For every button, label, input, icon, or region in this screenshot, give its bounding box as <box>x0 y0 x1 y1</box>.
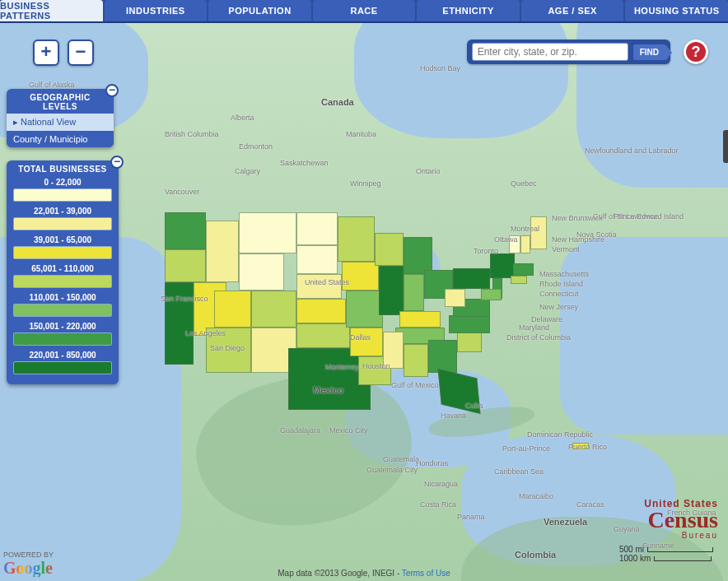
label-ontario: Ontario <box>416 167 441 175</box>
find-button[interactable]: FIND <box>633 44 665 60</box>
state-ga <box>428 340 457 373</box>
attribution-text: Map data ©2013 Google, INEGI - <box>278 569 402 578</box>
legend-swatch-3 <box>13 275 112 288</box>
tab-ethnicity[interactable]: ETHNICITY <box>417 0 520 21</box>
geo-item-county[interactable]: County / Municipio <box>7 131 114 147</box>
label-edmonton: Edmonton <box>239 142 273 151</box>
legend-panel: − TOTAL BUSINESSES 0 - 22,000 22,001 - 3… <box>7 160 119 384</box>
search-bar: FIND <box>467 40 670 64</box>
state-wa <box>165 212 206 249</box>
legend-row-6[interactable]: 220,001 - 850,000 <box>7 349 119 378</box>
legend-row-1[interactable]: 22,001 - 39,000 <box>7 205 119 234</box>
map-canvas[interactable]: Canada Mexico United States Hudson Bay G… <box>0 23 728 581</box>
legend-swatch-4 <box>13 304 112 317</box>
state-ok <box>296 323 350 348</box>
legend-swatch-2 <box>13 246 112 259</box>
geo-panel-title: GEOGRAPHIC LEVELS <box>7 89 114 114</box>
state-id <box>206 221 239 282</box>
label-maryland: Maryland <box>519 323 549 332</box>
label-gulf-st-lawrence: Gulf of St Lawrence <box>593 212 658 221</box>
lake-michigan-water <box>399 245 441 303</box>
state-nh <box>520 235 530 253</box>
state-wv <box>445 289 465 307</box>
state-co <box>251 290 296 328</box>
state-sc <box>457 332 482 352</box>
state-ut <box>214 290 251 328</box>
label-us: United States <box>305 278 349 286</box>
tab-housing-status[interactable]: HOUSING STATUS <box>625 0 728 21</box>
terms-link[interactable]: Terms of Use <box>402 569 450 578</box>
state-ks <box>296 299 346 323</box>
label-alberta: Alberta <box>231 114 254 122</box>
state-wy <box>239 253 284 290</box>
tab-industries[interactable]: INDUSTRIES <box>105 0 208 21</box>
label-los-angeles: Los Angeles <box>185 329 226 337</box>
search-input[interactable] <box>472 43 628 61</box>
state-ne <box>296 274 342 299</box>
help-button[interactable]: ? <box>684 40 708 64</box>
label-winnipeg: Winnipeg <box>350 179 381 188</box>
tab-age-sex[interactable]: AGE / SEX <box>521 0 624 21</box>
legend-row-5[interactable]: 150,001 - 220,000 <box>7 320 119 349</box>
legend-label-5: 150,001 - 220,000 <box>13 322 112 331</box>
state-mt <box>239 212 296 253</box>
census-logo: United States Census Bureau <box>644 499 718 540</box>
state-md <box>481 289 502 300</box>
legend-row-3[interactable]: 65,001 - 110,000 <box>7 263 119 291</box>
state-pa <box>453 268 490 289</box>
tab-race[interactable]: RACE <box>313 0 416 21</box>
tab-bar: BUSINESS PATTERNS INDUSTRIES POPULATION … <box>0 0 728 23</box>
state-ct <box>511 276 527 284</box>
label-toronto: Toronto <box>474 247 498 255</box>
legend-swatch-5 <box>13 332 112 346</box>
state-nm <box>251 328 296 373</box>
label-new-brunswick: New Brunswick <box>552 214 603 222</box>
label-monterrey: Monterrey <box>325 363 359 371</box>
label-dallas: Dallas <box>350 333 371 342</box>
label-nicaragua: Nicaragua <box>424 480 458 488</box>
state-nv <box>194 282 226 336</box>
zoom-in-button[interactable]: + <box>33 40 59 66</box>
state-mn <box>338 216 375 262</box>
zoom-out-button[interactable]: − <box>68 40 94 66</box>
geo-collapse-button[interactable]: − <box>105 84 119 97</box>
legend-row-2[interactable]: 39,001 - 65,000 <box>7 234 119 263</box>
powered-by-label: POWERED BY <box>3 551 54 559</box>
tab-business-patterns[interactable]: BUSINESS PATTERNS <box>0 0 103 21</box>
label-canada: Canada <box>321 97 354 107</box>
state-nd <box>296 212 338 245</box>
census-bureau: Bureau <box>644 532 718 540</box>
state-ny <box>490 253 515 278</box>
legend-collapse-button[interactable]: − <box>110 156 124 169</box>
census-name: Census <box>644 509 718 532</box>
scale-mi: 500 mi <box>619 545 644 554</box>
legend-swatch-1 <box>13 217 112 230</box>
state-nj <box>492 278 502 299</box>
state-ms <box>383 332 404 369</box>
legend-title: TOTAL BUSINESSES <box>7 160 119 176</box>
label-calgary: Calgary <box>235 167 260 175</box>
state-ky <box>399 311 441 328</box>
state-ma <box>513 263 534 276</box>
atlantic-water <box>560 237 728 435</box>
map-attribution: Map data ©2013 Google, INEGI - Terms of … <box>0 569 728 578</box>
state-mo <box>346 290 383 328</box>
legend-row-4[interactable]: 110,001 - 150,000 <box>7 291 119 320</box>
tab-population[interactable]: POPULATION <box>208 0 311 21</box>
label-houston: Houston <box>362 362 390 370</box>
geo-item-national[interactable]: National View <box>7 114 114 131</box>
label-delaware: Delaware <box>531 315 562 323</box>
legend-row-0[interactable]: 0 - 22,000 <box>7 176 119 205</box>
side-drawer-handle[interactable] <box>723 130 728 163</box>
geographic-levels-panel: − GEOGRAPHIC LEVELS National View County… <box>7 89 114 147</box>
state-me <box>530 216 547 249</box>
label-vancouver: Vancouver <box>165 188 199 196</box>
legend-label-6: 220,001 - 850,000 <box>13 351 112 360</box>
label-manitoba: Manitoba <box>346 130 376 138</box>
label-ottawa: Ottawa <box>494 235 518 244</box>
state-ar <box>350 328 383 356</box>
legend-label-3: 65,001 - 110,000 <box>13 264 112 273</box>
state-tn <box>395 328 445 344</box>
legend-label-1: 22,001 - 39,000 <box>13 207 112 216</box>
legend-label-4: 110,001 - 150,000 <box>13 293 112 302</box>
